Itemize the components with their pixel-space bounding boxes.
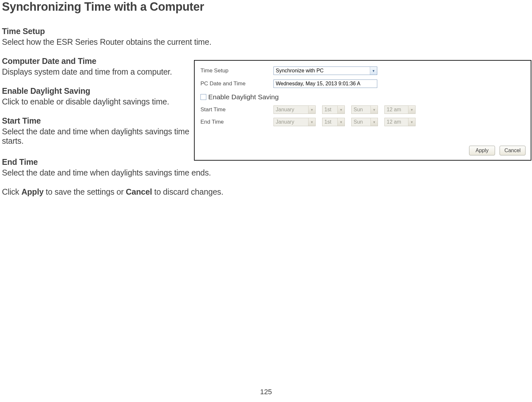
checkbox-row-daylight[interactable]: Enable Daylight Saving: [200, 93, 525, 101]
select-start-dow-value: Sun: [354, 107, 370, 113]
checkbox-daylight[interactable]: [200, 94, 206, 100]
footer-apply-word: Apply: [21, 187, 43, 196]
body-computer-date-time: Displays system date and time from a com…: [2, 67, 193, 77]
chevron-down-icon: ▼: [408, 118, 415, 126]
page-number: 125: [0, 388, 532, 396]
chevron-down-icon: ▼: [370, 67, 377, 75]
chevron-down-icon: ▼: [337, 106, 345, 114]
body-start-time: Select the date and time when daylights …: [2, 127, 193, 146]
select-end-month-value: January: [276, 119, 308, 125]
time-settings-panel: Time Setup Synchronize with PC ▼ PC Date…: [194, 60, 531, 161]
heading-computer-date-time: Computer Date and Time: [2, 56, 193, 66]
select-time-setup-value: Synchronize with PC: [276, 68, 370, 74]
select-start-day[interactable]: 1st ▼: [322, 105, 345, 114]
heading-enable-daylight: Enable Daylight Saving: [2, 86, 193, 96]
select-start-day-value: 1st: [324, 107, 337, 113]
body-enable-daylight: Click to enable or disable daylight savi…: [2, 97, 193, 106]
chevron-down-icon: ▼: [308, 118, 315, 126]
select-end-dow[interactable]: Sun ▼: [351, 118, 378, 126]
label-start-time: Start Time: [200, 106, 273, 113]
apply-button[interactable]: Apply: [469, 146, 495, 155]
chevron-down-icon: ▼: [308, 106, 315, 114]
cancel-button[interactable]: Cancel: [500, 146, 526, 155]
footer-prefix: Click: [2, 187, 21, 196]
label-pc-date-time: PC Date and Time: [200, 80, 273, 87]
select-end-hour-value: 12 am: [387, 119, 408, 125]
select-start-month[interactable]: January ▼: [273, 105, 316, 114]
checkbox-daylight-label: Enable Daylight Saving: [208, 93, 279, 101]
footer-suffix: to discard changes.: [152, 187, 224, 196]
heading-start-time: Start Time: [2, 116, 193, 126]
select-end-dow-value: Sun: [354, 119, 370, 125]
input-pc-date-time[interactable]: Wednesday, May 15, 2013 9:01:36 A: [273, 79, 377, 88]
select-start-month-value: January: [276, 107, 308, 113]
select-start-dow[interactable]: Sun ▼: [351, 105, 378, 114]
chevron-down-icon: ▼: [370, 118, 378, 126]
body-time-setup: Select how the ESR Series Router obtains…: [2, 37, 530, 47]
input-pc-date-time-value: Wednesday, May 15, 2013 9:01:36 A: [276, 81, 360, 87]
chevron-down-icon: ▼: [370, 106, 378, 114]
chevron-down-icon: ▼: [337, 118, 345, 126]
footer-instruction: Click Apply to save the settings or Canc…: [2, 187, 530, 197]
select-end-day[interactable]: 1st ▼: [322, 118, 345, 126]
select-end-month[interactable]: January ▼: [273, 118, 316, 126]
select-time-setup[interactable]: Synchronize with PC ▼: [273, 67, 377, 75]
heading-time-setup: Time Setup: [2, 27, 530, 36]
body-end-time: Select the date and time when daylights …: [2, 168, 530, 177]
select-start-hour[interactable]: 12 am ▼: [384, 105, 416, 114]
label-end-time: End Time: [200, 119, 273, 125]
select-start-hour-value: 12 am: [387, 107, 408, 113]
footer-cancel-word: Cancel: [126, 187, 152, 196]
label-time-setup: Time Setup: [200, 67, 273, 74]
footer-mid: to save the settings or: [43, 187, 126, 196]
page-title: Synchronizing Time with a Computer: [2, 0, 530, 14]
chevron-down-icon: ▼: [408, 106, 415, 114]
select-end-hour[interactable]: 12 am ▼: [384, 118, 416, 126]
select-end-day-value: 1st: [324, 119, 337, 125]
